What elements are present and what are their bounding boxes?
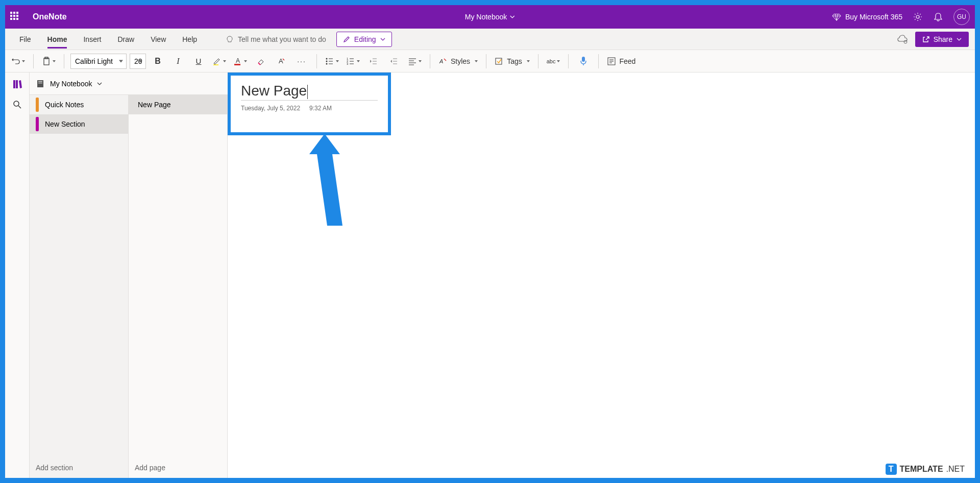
note-title-input[interactable]: New Page bbox=[241, 83, 378, 101]
numbered-list-icon: 123 bbox=[346, 57, 355, 66]
chevron-down-icon bbox=[957, 37, 962, 42]
template-net-watermark: T TEMPLATE.NET bbox=[886, 464, 965, 475]
separator bbox=[598, 54, 599, 68]
share-button[interactable]: Share bbox=[915, 32, 969, 47]
notebook-name: My Notebook bbox=[50, 80, 92, 88]
note-time: 9:32 AM bbox=[309, 105, 332, 112]
app-launcher-icon[interactable] bbox=[10, 12, 20, 22]
section-item-new-section[interactable]: New Section bbox=[30, 114, 128, 134]
separator bbox=[430, 54, 430, 68]
user-avatar[interactable]: GU bbox=[953, 9, 970, 25]
bullet-list-icon bbox=[325, 57, 334, 66]
chevron-down-icon bbox=[53, 60, 56, 62]
pages-panel: New Page Add page bbox=[129, 95, 228, 478]
svg-point-9 bbox=[326, 60, 328, 62]
decrease-indent-button[interactable] bbox=[365, 53, 382, 69]
svg-text:A: A bbox=[236, 57, 240, 64]
watermark-badge: T bbox=[886, 464, 897, 475]
add-section-button[interactable]: Add section bbox=[30, 457, 128, 478]
styles-button[interactable]: A Styles bbox=[436, 53, 480, 69]
chevron-down-icon bbox=[244, 60, 247, 62]
settings-icon[interactable] bbox=[913, 12, 923, 22]
bold-button[interactable]: B bbox=[149, 53, 166, 69]
format-painter-button[interactable]: A bbox=[273, 53, 290, 69]
notebooks-icon[interactable] bbox=[12, 79, 23, 90]
bullet-list-button[interactable] bbox=[323, 53, 341, 69]
svg-text:3: 3 bbox=[347, 62, 349, 65]
more-formatting-button[interactable]: ··· bbox=[293, 53, 310, 69]
italic-button[interactable]: I bbox=[169, 53, 187, 69]
svg-point-0 bbox=[916, 15, 919, 18]
search-icon[interactable] bbox=[13, 100, 22, 109]
svg-rect-40 bbox=[38, 81, 42, 82]
section-color-tab bbox=[36, 98, 39, 112]
buy-microsoft-link[interactable]: Buy Microsoft 365 bbox=[832, 12, 902, 21]
styles-label: Styles bbox=[448, 57, 473, 65]
menu-bar-right: Share bbox=[897, 32, 969, 47]
font-family-select[interactable]: Calibri Light bbox=[70, 54, 127, 69]
text-cursor bbox=[307, 85, 308, 99]
watermark-brand: TEMPLATE bbox=[900, 465, 943, 474]
tags-button[interactable]: Tags bbox=[493, 53, 532, 69]
microphone-icon bbox=[579, 56, 587, 66]
svg-point-8 bbox=[326, 58, 328, 59]
separator bbox=[64, 54, 64, 68]
highlighter-icon bbox=[212, 57, 222, 66]
section-item-quick-notes[interactable]: Quick Notes bbox=[30, 95, 128, 114]
notebook-title-text: My Notebook bbox=[465, 13, 507, 21]
menu-file[interactable]: File bbox=[11, 29, 39, 50]
feed-button[interactable]: Feed bbox=[605, 53, 641, 69]
notebook-title-dropdown[interactable]: My Notebook bbox=[465, 13, 515, 21]
highlight-button[interactable] bbox=[210, 53, 228, 69]
section-color-tab bbox=[36, 117, 39, 131]
font-color-button[interactable]: A bbox=[231, 53, 249, 69]
align-icon bbox=[408, 57, 417, 66]
add-page-button[interactable]: Add page bbox=[129, 457, 227, 478]
chevron-down-icon bbox=[97, 81, 102, 86]
notebook-selector[interactable]: My Notebook bbox=[30, 73, 228, 95]
increase-indent-button[interactable] bbox=[385, 53, 403, 69]
eraser-icon bbox=[256, 57, 265, 66]
annotation-arrow bbox=[304, 134, 365, 236]
underline-button[interactable]: U bbox=[190, 53, 207, 69]
note-date: Tuesday, July 5, 2022 bbox=[241, 105, 300, 112]
tell-me-search[interactable]: Tell me what you want to do bbox=[226, 35, 326, 43]
menu-draw[interactable]: Draw bbox=[109, 29, 142, 50]
editing-mode-button[interactable]: Editing bbox=[336, 32, 392, 47]
diamond-icon bbox=[832, 12, 841, 21]
separator bbox=[316, 54, 317, 68]
dictate-button[interactable] bbox=[575, 53, 592, 69]
svg-marker-42 bbox=[309, 134, 342, 226]
menu-view[interactable]: View bbox=[142, 29, 174, 50]
undo-button[interactable] bbox=[9, 53, 27, 69]
app-window: OneNote My Notebook Buy Microsoft 365 GU… bbox=[5, 5, 975, 478]
editing-mode-label: Editing bbox=[354, 35, 376, 43]
chevron-down-icon bbox=[380, 37, 385, 42]
share-icon bbox=[922, 36, 929, 43]
clear-formatting-button[interactable] bbox=[252, 53, 270, 69]
sync-status-icon[interactable] bbox=[897, 34, 908, 45]
svg-rect-32 bbox=[582, 57, 585, 62]
pen-icon bbox=[343, 36, 350, 43]
svg-text:A: A bbox=[279, 57, 283, 65]
chevron-down-icon bbox=[475, 60, 478, 62]
menu-help[interactable]: Help bbox=[174, 29, 205, 50]
note-canvas[interactable]: New Page Tuesday, July 5, 2022 9:32 AM bbox=[228, 73, 975, 478]
notifications-icon[interactable] bbox=[933, 12, 943, 22]
font-size-select[interactable]: 20 bbox=[130, 54, 146, 69]
svg-text:A: A bbox=[439, 58, 443, 64]
alignment-button[interactable] bbox=[406, 53, 424, 69]
paste-button[interactable] bbox=[40, 53, 58, 69]
chevron-down-icon bbox=[510, 14, 515, 19]
numbered-list-button[interactable]: 123 bbox=[344, 53, 362, 69]
title-bar-right: Buy Microsoft 365 GU bbox=[832, 9, 970, 25]
tags-label: Tags bbox=[504, 57, 525, 65]
spellcheck-button[interactable]: abc bbox=[545, 53, 562, 69]
page-item[interactable]: New Page bbox=[129, 95, 227, 114]
menu-insert[interactable]: Insert bbox=[75, 29, 109, 50]
menu-home[interactable]: Home bbox=[39, 29, 76, 50]
font-size-value: 20 bbox=[134, 57, 142, 65]
chevron-down-icon bbox=[223, 60, 226, 62]
avatar-initials: GU bbox=[957, 13, 966, 20]
svg-rect-31 bbox=[496, 58, 502, 64]
